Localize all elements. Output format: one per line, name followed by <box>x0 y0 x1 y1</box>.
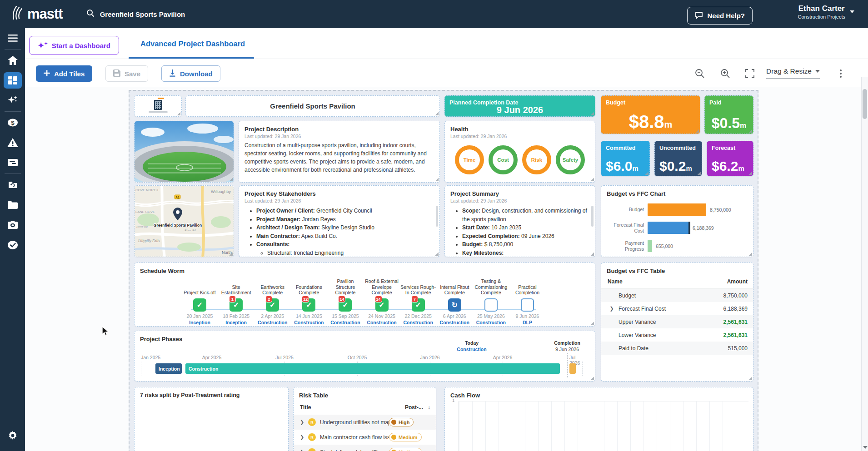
table-row[interactable]: Lower Variance 2,561,631 <box>601 328 753 342</box>
resize-handle[interactable] <box>435 112 439 115</box>
paid-kpi-tile[interactable]: Paid $0.5m <box>704 95 753 134</box>
project-title-tile[interactable]: Greenfield Sports Pavilion <box>185 95 440 117</box>
milestone[interactable]: Project Kick-off ✓ 20 Jan 2025 Inception <box>182 275 218 325</box>
scrollbar-thumb[interactable] <box>863 89 867 119</box>
sidebar-item-payments[interactable] <box>0 153 25 173</box>
resize-handle[interactable] <box>697 171 701 175</box>
project-description-tile[interactable]: Project Description Last updated: 29 Jan… <box>239 121 440 183</box>
risk-row[interactable]: ❯ R Steel delivery delays (3) Medium <box>294 445 436 451</box>
kebab-menu-icon[interactable] <box>835 68 846 79</box>
risk-table-tile[interactable]: Risk Table Title Post-... ↓ ❯ R Undergro… <box>293 387 436 451</box>
resize-handle[interactable] <box>177 112 180 115</box>
user-menu[interactable]: Ethan Carter Construction Projects <box>798 4 854 20</box>
resize-handle[interactable] <box>748 171 752 175</box>
sidebar-item-ai-sparkles[interactable] <box>0 90 25 110</box>
milestone-alert-badge[interactable]: 12 <box>302 296 309 302</box>
resize-handle[interactable] <box>748 252 752 256</box>
milestone[interactable]: Services Rough-In Complete 7✓ 22 Dec 202… <box>400 275 436 325</box>
zoom-out-icon[interactable] <box>693 67 706 80</box>
phase-bar[interactable] <box>569 363 576 374</box>
tile-scrollbar[interactable] <box>591 206 594 227</box>
budget-kpi-tile[interactable]: Budget $8.8m <box>601 95 700 134</box>
expand-chevron-icon[interactable]: ❯ <box>300 419 308 425</box>
milestone-alert-badge[interactable]: 1 <box>229 296 236 302</box>
resize-handle[interactable] <box>695 129 699 133</box>
milestone-alert-badge[interactable]: 2 <box>265 296 272 302</box>
resize-handle[interactable] <box>645 171 649 175</box>
table-row[interactable]: Upper Variance 2,561,631 <box>601 315 753 328</box>
table-row[interactable]: Paid to Date 515,000 <box>601 342 753 355</box>
milestone[interactable]: Earthworks Complete 2✓ 2 Apr 2025 Constr… <box>254 275 290 325</box>
stakeholders-tile[interactable]: Project Key Stakeholders Last updated: 2… <box>239 185 440 257</box>
settings-gear-icon[interactable] <box>0 426 25 446</box>
resize-handle[interactable] <box>229 252 233 256</box>
risk-row[interactable]: ❯ R Main contractor cash flow iss Medium <box>294 430 436 445</box>
resize-handle[interactable] <box>590 377 594 380</box>
milestone[interactable]: Roof & External Envelope Complete 14✓ 24… <box>364 275 400 325</box>
table-row[interactable]: Budget 8,750,000 <box>601 289 753 302</box>
drag-resize-dropdown[interactable]: Drag & Resize <box>766 67 820 79</box>
expand-chevron-icon[interactable]: ❯ <box>609 306 615 312</box>
resize-handle[interactable] <box>229 178 233 181</box>
milestone[interactable]: Practical Completion 9 Jun 2026 DLP <box>509 275 545 325</box>
budget-vs-ffc-chart-tile[interactable]: Budget vs FFC Chart Budget 8,750,000 For… <box>601 185 753 257</box>
resize-handle[interactable] <box>748 377 752 380</box>
sidebar-item-home[interactable] <box>0 50 25 70</box>
committed-kpi-tile[interactable]: Committed $6.0m <box>601 141 650 176</box>
stadium-photo-tile[interactable] <box>134 121 234 183</box>
global-search[interactable]: Greenfield Sports Pavilion <box>86 9 185 19</box>
scrollbar-down-button[interactable] <box>862 444 868 451</box>
milestone[interactable]: Testing & Commissioning Complete 25 May … <box>473 275 509 325</box>
menu-icon[interactable] <box>0 28 25 48</box>
resize-handle[interactable] <box>590 178 594 181</box>
forecast-kpi-tile[interactable]: Forecast $6.2m <box>707 141 753 176</box>
planned-completion-tile[interactable]: Planned Completion Date 9 Jun 2026 <box>444 95 595 117</box>
zoom-in-icon[interactable] <box>719 67 732 80</box>
sidebar-item-photos[interactable] <box>0 215 25 235</box>
sidebar-item-dashboards[interactable] <box>0 70 25 90</box>
milestone[interactable]: Site Establishment 1✓ 18 Feb 2025 Incept… <box>218 275 254 325</box>
sidebar-item-quality[interactable] <box>0 235 25 255</box>
cash-flow-tile[interactable]: Cash Flow 1 <box>444 387 753 451</box>
search-input[interactable]: Greenfield Sports Pavilion <box>100 10 185 18</box>
logo-tile[interactable] <box>134 95 182 117</box>
save-button[interactable]: Save <box>105 65 148 82</box>
project-summary-tile[interactable]: Project Summary Last updated: 29 Jan 202… <box>444 185 595 257</box>
milestone-pending-icon[interactable] <box>521 298 534 312</box>
add-tiles-button[interactable]: Add Tiles <box>36 65 92 82</box>
phase-bar-construction[interactable]: Construction <box>185 363 560 374</box>
page-scrollbar[interactable] <box>861 77 868 451</box>
table-row[interactable]: ❯Forecast Final Cost 6,188,369 <box>601 302 753 315</box>
expand-chevron-icon[interactable]: ❯ <box>300 434 308 440</box>
resize-handle[interactable] <box>590 252 594 256</box>
milestone[interactable]: Internal Fitout Complete ↻ 6 Apr 2026 Co… <box>437 275 473 325</box>
resize-handle[interactable] <box>435 252 439 256</box>
mastt-logo[interactable]: mastt <box>12 5 63 23</box>
milestone-alert-badge[interactable]: 14 <box>375 296 382 302</box>
risks-split-chart-tile[interactable]: 7 risks split by Post-Treatment rating <box>134 387 289 451</box>
milestone-complete-icon[interactable]: ✓ <box>193 298 206 312</box>
start-a-dashboard-button[interactable]: ✦✦ Start a Dashboard <box>29 36 119 55</box>
milestone-pending-icon[interactable] <box>484 298 498 312</box>
expand-chevron-icon[interactable]: ❯ <box>300 449 308 451</box>
sidebar-item-risk[interactable] <box>0 133 25 153</box>
schedule-worm-tile[interactable]: Schedule Worm Project Kick-off ✓ 20 Jan … <box>134 263 595 327</box>
milestone-alert-badge[interactable]: 14 <box>338 296 345 302</box>
fullscreen-icon[interactable] <box>743 67 756 80</box>
uncommitted-kpi-tile[interactable]: Uncommitted $0.2m <box>654 141 702 176</box>
resize-handle[interactable] <box>748 129 752 133</box>
milestone-alert-badge[interactable]: 7 <box>411 296 418 302</box>
risk-row[interactable]: ❯ R Underground utilities not map High <box>294 415 436 430</box>
need-help-button[interactable]: Need Help? <box>687 7 753 25</box>
project-phases-tile[interactable]: Project Phases Today Construction Comple… <box>134 331 595 382</box>
resize-handle[interactable] <box>435 178 439 181</box>
project-map-tile[interactable]: A1 Willoughby COVE NORTH LANE COVE River… <box>134 185 234 257</box>
sidebar-item-history[interactable] <box>0 175 25 195</box>
milestone[interactable]: Pavilion Structure Complete 14✓ 15 Sep 2… <box>327 275 363 325</box>
sidebar-item-files[interactable] <box>0 195 25 215</box>
resize-handle[interactable] <box>590 322 594 325</box>
sidebar-item-cost[interactable]: $ <box>0 113 25 133</box>
download-button[interactable]: Download <box>161 65 220 82</box>
health-tile[interactable]: Health Last updated: 29 Jan 2026 Time Co… <box>444 121 595 183</box>
tab-advanced-project-dashboard[interactable]: Advanced Project Dashboard <box>129 28 257 59</box>
